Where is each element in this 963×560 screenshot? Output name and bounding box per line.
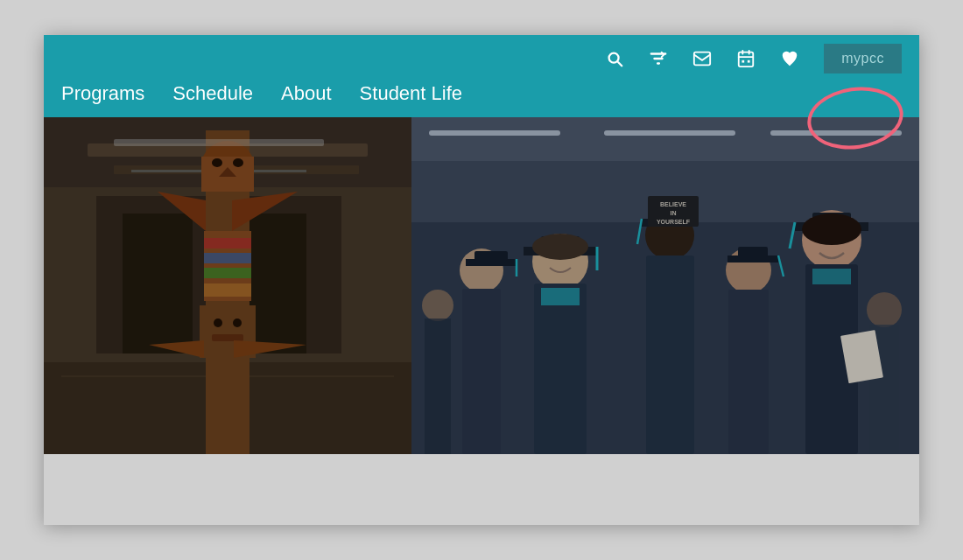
- svg-rect-1: [739, 52, 754, 66]
- svg-rect-79: [411, 117, 919, 454]
- nav-bar: Programs Schedule About Student Life: [44, 82, 919, 117]
- heart-icon[interactable]: [780, 49, 799, 68]
- svg-rect-34: [114, 139, 324, 146]
- nav-item-schedule[interactable]: Schedule: [172, 82, 253, 105]
- page-wrapper: mypcc Programs Schedule About Student Li…: [44, 35, 919, 525]
- search-icon[interactable]: [605, 49, 624, 68]
- header: mypcc Programs Schedule About Student Li…: [44, 35, 919, 117]
- svg-rect-2: [742, 60, 745, 63]
- nav-item-student-life[interactable]: Student Life: [360, 82, 462, 105]
- svg-rect-33: [44, 117, 411, 454]
- hero-left-image: [44, 117, 411, 454]
- nav-item-about[interactable]: About: [281, 82, 332, 105]
- mypcc-button[interactable]: mypcc: [824, 44, 902, 74]
- svg-rect-3: [748, 60, 750, 63]
- sort-icon[interactable]: [649, 49, 668, 68]
- svg-rect-0: [694, 52, 710, 66]
- mail-icon[interactable]: [692, 49, 712, 68]
- top-bar: mypcc: [44, 35, 919, 82]
- nav-item-programs[interactable]: Programs: [61, 82, 144, 105]
- hero-right-image: BELIEVE IN YOURSELF: [411, 117, 919, 454]
- calendar-icon[interactable]: [736, 49, 756, 68]
- hero-section: BELIEVE IN YOURSELF: [44, 117, 919, 454]
